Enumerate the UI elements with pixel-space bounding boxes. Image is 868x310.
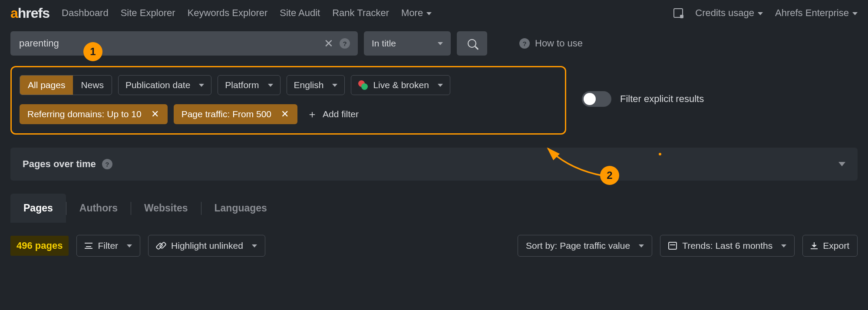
page-type-segment: All pages News (20, 75, 112, 95)
sort-by-select[interactable]: Sort by: Page traffic value (518, 235, 652, 257)
filter-live-broken[interactable]: Live & broken (351, 75, 450, 95)
top-nav: ahrefs Dashboard Site Explorer Keywords … (0, 0, 868, 26)
caret-down-icon (852, 12, 858, 15)
segment-news[interactable]: News (73, 76, 112, 95)
clear-search-icon[interactable]: ✕ (324, 37, 333, 50)
caret-down-icon (758, 12, 763, 15)
logo[interactable]: ahrefs (10, 5, 50, 21)
search-scope-label: In title (372, 38, 396, 49)
nav-more[interactable]: More (401, 7, 432, 19)
filter-livebroken-label: Live & broken (373, 80, 429, 90)
nav-keywords-explorer[interactable]: Keywords Explorer (188, 7, 268, 19)
filter-button[interactable]: Filter (76, 235, 140, 257)
results-toolbar: 496 pages Filter Highlight unlinked Sort… (10, 235, 858, 257)
add-filter-button[interactable]: ＋ Add filter (304, 103, 362, 125)
search-input[interactable] (18, 37, 324, 49)
how-to-label: How to use (535, 38, 583, 49)
segment-all-pages[interactable]: All pages (20, 76, 73, 95)
search-icon (468, 39, 476, 48)
calendar-icon (668, 242, 677, 250)
caret-down-icon (332, 84, 337, 87)
filter-icon (85, 243, 92, 249)
tab-languages[interactable]: Languages (201, 194, 280, 223)
filter-language[interactable]: English (287, 75, 345, 95)
help-icon[interactable]: ? (102, 159, 112, 169)
help-icon: ? (519, 38, 530, 49)
caret-down-icon (438, 84, 443, 87)
tab-pages[interactable]: Pages (10, 194, 66, 223)
filter-platform[interactable]: Platform (218, 75, 280, 95)
export-label: Export (823, 241, 849, 251)
live-broken-icon (358, 80, 368, 90)
logo-rest: hrefs (18, 5, 50, 21)
highlight-label: Highlight unlinked (171, 241, 243, 251)
caret-down-icon (639, 244, 644, 247)
plus-icon: ＋ (307, 107, 317, 121)
nav-site-explorer[interactable]: Site Explorer (121, 7, 175, 19)
app-switcher-icon[interactable] (673, 8, 683, 18)
chevron-down-icon (838, 162, 845, 166)
remove-filter-icon[interactable]: ✕ (149, 109, 162, 120)
search-scope-select[interactable]: In title (364, 31, 451, 56)
explicit-results-control: Filter explicit results (582, 91, 704, 107)
tab-websites[interactable]: Websites (131, 194, 201, 223)
chip-label: Referring domains: Up to 10 (27, 109, 142, 119)
export-button[interactable]: Export (802, 235, 858, 257)
plan-label: Ahrefs Enterprise (775, 7, 849, 18)
annotation-badge-2: 2 (600, 166, 619, 185)
explicit-results-label: Filter explicit results (620, 93, 704, 105)
explicit-results-toggle[interactable] (582, 91, 611, 107)
nav-rank-tracker[interactable]: Rank Tracker (332, 7, 389, 19)
unlink-icon (156, 241, 166, 251)
download-icon (811, 242, 818, 249)
filter-pubdate-label: Publication date (125, 80, 190, 90)
pages-over-time-panel[interactable]: Pages over time ? (10, 148, 858, 181)
chip-label: Page traffic: From 500 (182, 109, 271, 119)
trends-label: Trends: Last 6 months (682, 241, 772, 251)
result-tabs: Pages Authors Websites Languages (10, 194, 858, 223)
search-box: ✕ ? (10, 31, 358, 56)
annotation-dot (659, 153, 661, 155)
search-button[interactable] (457, 31, 487, 56)
nav-site-audit[interactable]: Site Audit (280, 7, 320, 19)
filter-button-label: Filter (98, 241, 118, 251)
primary-nav: Dashboard Site Explorer Keywords Explore… (62, 7, 432, 19)
trends-select[interactable]: Trends: Last 6 months (660, 235, 795, 257)
pages-over-time-title: Pages over time (23, 158, 96, 170)
filter-publication-date[interactable]: Publication date (118, 75, 211, 95)
caret-down-icon (781, 244, 786, 247)
caret-down-icon (127, 244, 132, 247)
tab-authors[interactable]: Authors (66, 194, 131, 223)
page-count-badge: 496 pages (10, 236, 69, 256)
filter-platform-label: Platform (225, 80, 259, 90)
pages-over-time-header: Pages over time ? (23, 158, 112, 170)
search-row: ✕ ? In title ? How to use (0, 26, 868, 66)
annotation-badge-1: 1 (83, 42, 102, 61)
toggle-knob (584, 93, 596, 105)
nav-more-label: More (401, 7, 423, 18)
applied-filter-referring-domains[interactable]: Referring domains: Up to 10 ✕ (20, 104, 168, 124)
caret-down-icon (199, 84, 204, 87)
account-plan-menu[interactable]: Ahrefs Enterprise (775, 7, 858, 19)
nav-dashboard[interactable]: Dashboard (62, 7, 109, 19)
highlight-unlinked-button[interactable]: Highlight unlinked (148, 235, 265, 257)
expand-collapse-button[interactable] (838, 162, 845, 166)
filter-language-label: English (294, 80, 324, 90)
caret-down-icon (268, 84, 273, 87)
help-icon[interactable]: ? (340, 38, 350, 49)
add-filter-label: Add filter (323, 109, 359, 119)
credits-label: Credits usage (695, 7, 754, 18)
filters-row-1: All pages News Publication date Platform… (20, 75, 557, 95)
remove-filter-icon[interactable]: ✕ (278, 109, 291, 120)
how-to-use-link[interactable]: ? How to use (519, 38, 583, 49)
caret-down-icon (252, 244, 257, 247)
caret-down-icon (426, 12, 432, 15)
filters-row-2: Referring domains: Up to 10 ✕ Page traff… (20, 103, 557, 125)
credits-usage-menu[interactable]: Credits usage (695, 7, 763, 19)
filters-panel: All pages News Publication date Platform… (10, 66, 566, 135)
top-nav-right: Credits usage Ahrefs Enterprise (673, 7, 858, 19)
applied-filter-page-traffic[interactable]: Page traffic: From 500 ✕ (174, 104, 297, 124)
logo-letter-a: a (10, 5, 18, 21)
sort-label: Sort by: Page traffic value (526, 241, 630, 251)
caret-down-icon (438, 42, 443, 45)
